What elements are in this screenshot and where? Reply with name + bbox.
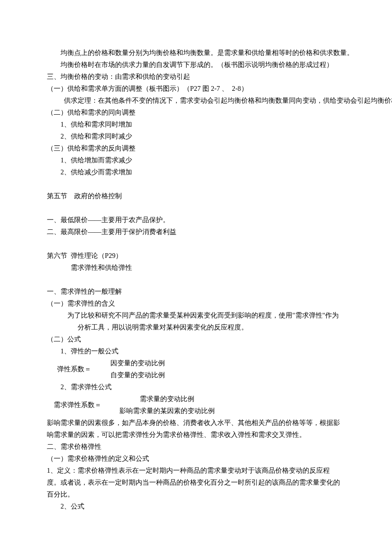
body-text: 均衡点上的价格和数量分别为均衡价格和均衡数量。是需求量和供给量相等时的价格和供求… xyxy=(47,47,341,59)
fraction-denominator: 影响需求量的某因素的变动比例 xyxy=(112,405,222,417)
body-text: 均衡价格时在市场的供求力量的自发调节下形成的。（板书图示说明均衡价格的形成过程） xyxy=(47,59,341,71)
subheading: （一）需求弹性的含义 xyxy=(47,298,341,309)
formula-demand-elasticity: 需求弹性系数＝ 需求量的变动比例 影响需求量的某因素的变动比例 xyxy=(47,393,341,417)
body-text: 影响需求量的因素很多，如产品本身的价格、消费者收入水平、其他相关产品的价格等等，… xyxy=(47,417,341,441)
subheading: （一）需求价格弹性的定义和公式 xyxy=(47,453,341,465)
body-text: 为了比较和研究不同产品的需求量受某种因素变化而受到影响的程度，使用"需求弹性"作… xyxy=(57,309,341,333)
list-item: 1、供给增加而需求减少 xyxy=(47,154,341,166)
subheading: 需求弹性和供给弹性 xyxy=(47,262,341,274)
list-item: 2、需求弹性公式 xyxy=(47,381,341,393)
spacer xyxy=(47,238,341,250)
subheading: （二）供给和需求的同向调整 xyxy=(47,107,341,119)
formula-elasticity: 弹性系数＝ 因变量的变动比例 自变量的变动比例 xyxy=(47,357,341,381)
fraction: 需求量的变动比例 影响需求量的某因素的变动比例 xyxy=(112,393,222,417)
fraction-denominator: 自变量的变动比例 xyxy=(101,369,174,381)
list-item: 2、供给减少而需求增加 xyxy=(47,166,341,178)
section-heading: 第六节 弹性理论（P29） xyxy=(47,250,341,262)
spacer xyxy=(47,178,341,190)
heading: 一、需求弹性的一般理解 xyxy=(47,286,341,298)
fraction-numerator: 需求量的变动比例 xyxy=(112,393,222,405)
list-item: 2、供给和需求同时减少 xyxy=(47,130,341,142)
subheading: （二）公式 xyxy=(47,333,341,345)
spacer xyxy=(47,202,341,214)
body-text: 1、定义：需求价格弹性表示在一定时期内一种商品的需求量变动对于该商品价格变动的反… xyxy=(47,465,341,500)
formula-label: 弹性系数＝ xyxy=(47,363,101,375)
subheading: （三）供给和需求的反向调整 xyxy=(47,142,341,154)
body-text: 供求定理：在其他条件不变的情况下，需求变动会引起均衡价格和均衡数量同向变动，供给… xyxy=(47,95,341,107)
fraction-numerator: 因变量的变动比例 xyxy=(101,357,174,369)
heading-3: 三、均衡价格的变动：由需求和供给的变动引起 xyxy=(47,71,341,83)
formula-label: 需求弹性系数＝ xyxy=(47,399,112,411)
document-page: 均衡点上的价格和数量分别为均衡价格和均衡数量。是需求量和供给量相等时的价格和供求… xyxy=(0,0,392,555)
subheading: （一）供给和需求单方面的调整（板书图示）（P27 图 2-7 、 2-8） xyxy=(47,83,341,95)
heading: 二、需求价格弹性 xyxy=(47,441,341,453)
list-item: 2、公式 xyxy=(47,500,341,512)
list-item: 一、最低限价——主要用于农产品保护。 xyxy=(47,214,341,226)
spacer xyxy=(47,274,341,286)
list-item: 二、最高限价——主要用于保护消费者利益 xyxy=(47,226,341,238)
list-item: 1、弹性的一般公式 xyxy=(47,345,341,357)
section-heading: 第五节 政府的价格控制 xyxy=(47,190,341,202)
list-item: 1、供给和需求同时增加 xyxy=(47,119,341,130)
fraction: 因变量的变动比例 自变量的变动比例 xyxy=(101,357,174,381)
